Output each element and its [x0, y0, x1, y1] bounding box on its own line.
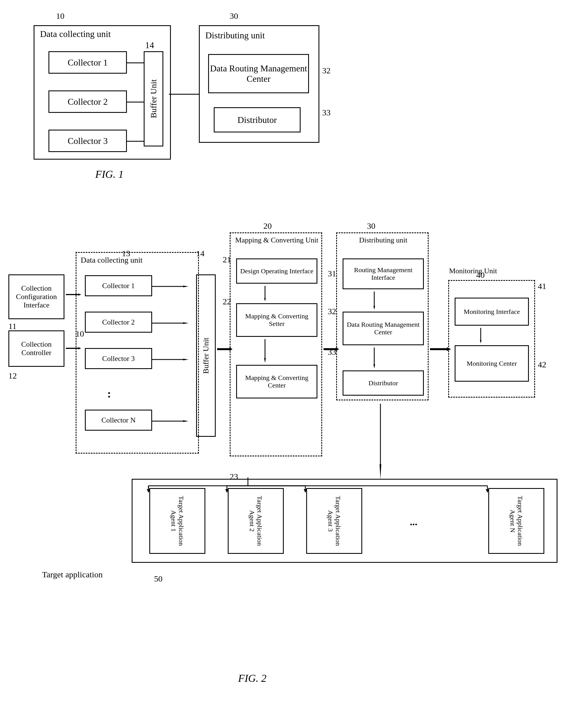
c3-label-fig2: Collector 3: [102, 354, 135, 363]
label-33-fig2: 33: [328, 347, 336, 357]
label-40-fig2: 40: [476, 270, 485, 280]
ta-agent-3: Target Application Agent 3: [306, 488, 362, 554]
arrow-dist-down: [380, 404, 381, 479]
collection-controller-label: Collection Controller: [9, 340, 64, 357]
label-31-fig2: 31: [328, 269, 336, 278]
buffer-label-fig2: Buffer Unit: [202, 338, 210, 373]
tan-label: Target Application Agent N: [509, 489, 524, 553]
collector2-fig1: Collector 2: [48, 90, 127, 113]
mi-label: Monitoring Interface: [464, 308, 520, 316]
drmc-box-fig1: Data Routing Management Center: [208, 54, 309, 93]
rmi-box: Routing Management Interface: [342, 258, 424, 289]
c1-label-fig2: Collector 1: [102, 282, 135, 290]
ta1-label: Target Application Agent 1: [170, 489, 185, 553]
arrow-c3-to-buf: [152, 359, 189, 360]
drmc-label-fig2: Data Routing Management Center: [343, 321, 423, 336]
label-22-fig2: 22: [223, 297, 231, 306]
mi-box: Monitoring Interface: [455, 298, 529, 326]
label-30-fig1: 30: [230, 11, 238, 21]
fig1-caption: FIG. 1: [95, 168, 124, 180]
arrow-c2-to-buf: [152, 322, 189, 324]
label-14-fig2: 14: [196, 248, 205, 258]
rmi-label: Routing Management Interface: [343, 266, 423, 281]
arrow-dist-to-mon: [430, 347, 451, 351]
mc-box: Monitoring Center: [455, 345, 529, 382]
label-30-fig2: 30: [367, 221, 375, 231]
mcs-box: Mapping & Converting Setter: [236, 303, 317, 337]
ta-agent-2: Target Application Agent 2: [228, 488, 284, 554]
buffer-unit-fig1: Buffer Unit: [144, 51, 163, 147]
dots-fig2: :: [107, 387, 111, 401]
arrow-mcs-to-mcc: [264, 339, 266, 363]
label-14-fig1: 14: [145, 40, 154, 50]
doi-label: Design Operating Interface: [240, 267, 313, 275]
distributing-unit-fig1: Distributing unit Data Routing Managemen…: [199, 25, 319, 143]
arrow-c1-to-buf: [152, 286, 189, 287]
label-32-fig1: 32: [322, 66, 331, 75]
collection-config-label: Collection Configuration Interface: [9, 284, 64, 309]
collector3-fig2: Collector 3: [85, 348, 152, 369]
mc-label: Monitoring Center: [467, 360, 517, 367]
collector2-label-fig1: Collector 2: [67, 96, 108, 107]
ta-dots: ...: [410, 516, 417, 528]
label-50-fig2: 50: [154, 574, 163, 584]
dcu-title-fig2: Data collecting unit: [81, 256, 143, 265]
label-32-fig2: 32: [328, 307, 336, 316]
drmc-label-fig1: Data Routing Management Center: [209, 63, 308, 84]
collector3-label-fig1: Collector 3: [67, 136, 108, 146]
ta-container: Target Application Agent 1 Target Applic…: [132, 479, 558, 563]
label-33-fig1: 33: [322, 108, 331, 117]
distributor-label-fig1: Distributor: [237, 115, 277, 125]
h-connector-fig1: [169, 94, 200, 95]
du-label-fig1: Distributing unit: [205, 30, 265, 41]
mcc-box: Mapping & Converting Center: [236, 365, 317, 398]
drmc-box-fig2: Data Routing Management Center: [342, 312, 424, 345]
collector1-fig2: Collector 1: [85, 275, 152, 296]
ta3-label: Target Application Agent 3: [327, 489, 342, 553]
mu-title: Monitoring Unit: [449, 267, 527, 275]
ta2-label: Target Application Agent 2: [248, 489, 263, 553]
mu-fig2: Monitoring Unit Monitoring Interface Mon…: [448, 280, 535, 397]
label-11: 11: [8, 321, 17, 331]
dcu-label-fig1: Data collecting unit: [40, 29, 111, 39]
mcs-label: Mapping & Converting Setter: [237, 312, 317, 328]
connector-c1-fig1: [127, 62, 144, 63]
collection-controller-box: Collection Controller: [8, 330, 64, 367]
cn-label-fig2: Collector N: [101, 416, 135, 425]
arrow-mi-to-mc: [480, 328, 482, 343]
du-title: Distributing unit: [340, 236, 427, 244]
label-21-fig2: 21: [223, 255, 231, 264]
mcc-label: Mapping & Converting Center: [237, 374, 317, 389]
connector-c3-fig1: [127, 141, 144, 142]
mcu-title: Mapping & Converting Unit: [233, 236, 320, 244]
distributor-box-fig1: Distributor: [214, 107, 300, 132]
fig2-caption: FIG. 2: [238, 672, 267, 684]
buffer-unit-fig2: Buffer Unit: [196, 275, 216, 437]
ta-label-text: Target application: [42, 570, 103, 579]
connector-c2-fig1: [127, 102, 144, 103]
ta-agent-n: Target Application Agent N: [488, 488, 544, 554]
arrow-rmi-to-drmc: [373, 291, 375, 310]
label-10-fig2: 10: [76, 329, 84, 339]
collector3-fig1: Collector 3: [48, 130, 127, 152]
c2-label-fig2: Collector 2: [102, 318, 135, 326]
du-fig2: Distributing unit Routing Management Int…: [336, 232, 428, 401]
arrow-cn-to-buf: [152, 420, 189, 422]
arrow-drmc-to-dist: [373, 347, 375, 368]
label-13-fig2: 13: [122, 248, 130, 258]
label-20-fig2: 20: [263, 221, 272, 231]
buffer-label-fig1: Buffer Unit: [149, 80, 158, 118]
distributor-label-fig2: Distributor: [369, 380, 398, 387]
arrow-doi-to-mcs: [264, 286, 266, 301]
ta-agent-1: Target Application Agent 1: [149, 488, 205, 554]
distributor-box-fig2: Distributor: [342, 370, 424, 396]
collectorn-fig2: Collector N: [85, 410, 152, 431]
data-collecting-unit-fig1: Data collecting unit 14 Collector 1 Coll…: [34, 25, 171, 159]
label-12: 12: [8, 371, 17, 381]
dcu-fig2: Data collecting unit Collector 1 Collect…: [76, 252, 199, 454]
collector1-fig1: Collector 1: [48, 51, 127, 74]
label-10-fig1: 10: [56, 11, 64, 21]
collector1-label-fig1: Collector 1: [67, 58, 108, 68]
mcu-fig2: Mapping & Converting Unit Design Operati…: [230, 232, 322, 456]
collector2-fig2: Collector 2: [85, 312, 152, 333]
